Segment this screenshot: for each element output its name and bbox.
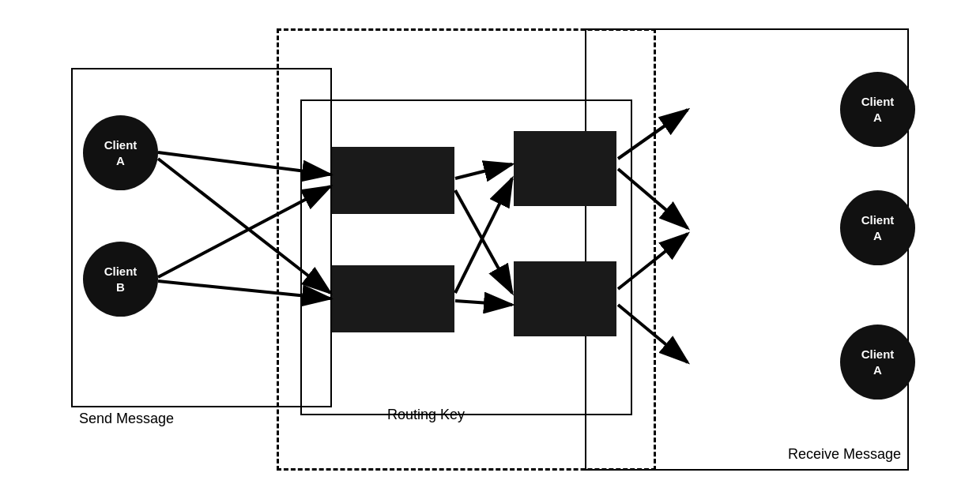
client-a-right-2-sublabel: A (873, 228, 882, 244)
client-a-right-2: Client A (840, 190, 915, 265)
exchange-right-bottom (514, 261, 616, 336)
client-a-right-3: Client A (840, 325, 915, 400)
client-a-left: Client A (83, 115, 158, 190)
receive-message-label: Receive Message (788, 446, 901, 463)
exchange-left-top (332, 147, 454, 214)
client-b-left-label: Client (104, 264, 138, 280)
exchange-right-top (514, 131, 616, 206)
exchange-left-bottom (332, 265, 454, 332)
client-b-left: Client B (83, 242, 158, 317)
client-a-right-2-label: Client (861, 212, 895, 228)
client-a-left-sublabel: A (116, 153, 125, 169)
client-a-right-3-label: Client (861, 347, 895, 362)
client-a-right-1-label: Client (861, 94, 895, 110)
routing-key-label: Routing Key (387, 407, 465, 423)
client-a-right-1: Client A (840, 72, 915, 147)
client-a-right-3-sublabel: A (873, 362, 882, 378)
client-a-right-1-sublabel: A (873, 110, 882, 126)
send-message-label: Send Message (79, 411, 174, 427)
client-a-left-label: Client (104, 137, 138, 153)
diagram-container: Send Message Routing Key Receive Message… (55, 21, 925, 478)
client-b-left-sublabel: B (116, 280, 125, 295)
